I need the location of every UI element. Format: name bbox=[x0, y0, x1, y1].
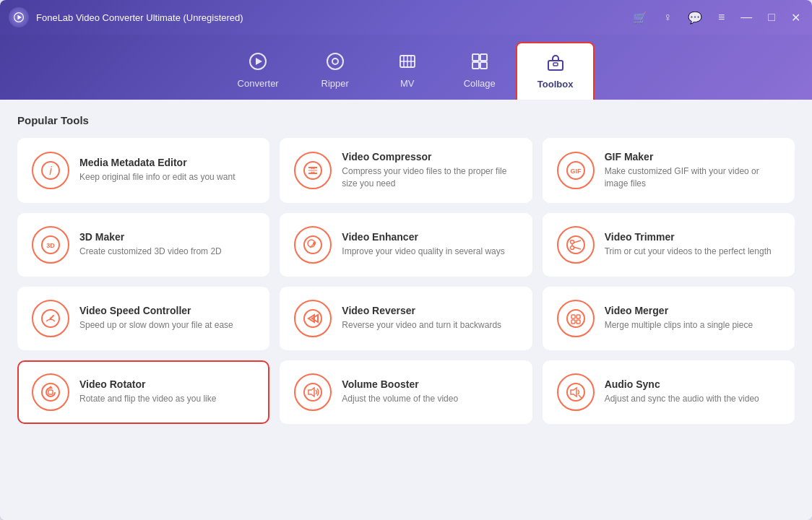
nav-item-mv[interactable]: MV bbox=[371, 42, 444, 100]
window-controls: 🛒 ♀ 💬 ≡ — □ ✕ bbox=[630, 9, 803, 26]
svg-rect-46 bbox=[571, 320, 575, 324]
app-window: FoneLab Video Converter Ultimate (Unregi… bbox=[0, 0, 812, 520]
volume-booster-name: Volume Booster bbox=[342, 378, 517, 390]
audio-sync-desc: Adjust and sync the audio with the video bbox=[605, 393, 780, 405]
3d-maker-name: 3D Maker bbox=[79, 231, 255, 243]
svg-point-33 bbox=[570, 246, 574, 249]
svg-rect-44 bbox=[571, 315, 575, 318]
video-enhancer-icon bbox=[294, 226, 332, 264]
menu-icon[interactable]: ≡ bbox=[715, 9, 727, 25]
tool-card-volume-booster[interactable]: Volume BoosterAdjust the volume of the v… bbox=[280, 360, 532, 424]
svg-text:i: i bbox=[49, 165, 52, 177]
tool-card-video-merger[interactable]: Video MergerMerge multiple clips into a … bbox=[543, 287, 795, 350]
svg-marker-54 bbox=[571, 388, 576, 396]
toolbox-label: Toolbox bbox=[537, 79, 574, 90]
svg-rect-50 bbox=[48, 390, 53, 394]
user-icon[interactable]: ♀ bbox=[660, 9, 675, 25]
maximize-icon[interactable]: □ bbox=[765, 9, 778, 25]
svg-marker-49 bbox=[48, 386, 53, 389]
audio-sync-icon bbox=[557, 373, 595, 411]
close-icon[interactable]: ✕ bbox=[788, 9, 803, 26]
svg-marker-1 bbox=[17, 15, 22, 20]
tools-grid: iMedia Metadata EditorKeep original file… bbox=[17, 138, 795, 424]
video-reverser-info: Video ReverserReverse your video and tur… bbox=[342, 305, 517, 332]
video-rotator-icon bbox=[32, 373, 69, 411]
tool-card-video-rotator[interactable]: Video RotatorRotate and flip the video a… bbox=[17, 360, 269, 424]
svg-rect-47 bbox=[576, 320, 580, 324]
video-merger-name: Video Merger bbox=[605, 305, 780, 316]
svg-rect-45 bbox=[576, 315, 580, 318]
video-trimmer-desc: Trim or cut your videos to the perfect l… bbox=[605, 246, 780, 258]
svg-text:GIF: GIF bbox=[570, 168, 582, 175]
tool-card-video-compressor[interactable]: Video CompressorCompress your video file… bbox=[280, 138, 532, 203]
collage-label: Collage bbox=[464, 78, 496, 89]
app-logo bbox=[9, 7, 29, 27]
video-compressor-icon bbox=[294, 152, 332, 189]
video-compressor-name: Video Compressor bbox=[342, 151, 517, 162]
tool-card-video-reverser[interactable]: Video ReverserReverse your video and tur… bbox=[280, 287, 532, 350]
svg-rect-13 bbox=[472, 62, 479, 69]
svg-line-34 bbox=[574, 240, 581, 243]
video-speed-controller-icon bbox=[32, 300, 69, 337]
svg-point-5 bbox=[332, 58, 338, 64]
gif-maker-info: GIF MakerMake customized GIF with your v… bbox=[605, 151, 780, 190]
tool-card-gif-maker[interactable]: GIFGIF MakerMake customized GIF with you… bbox=[543, 138, 795, 203]
svg-rect-11 bbox=[472, 54, 479, 61]
3d-maker-icon: 3D bbox=[32, 226, 69, 264]
tool-card-video-trimmer[interactable]: Video TrimmerTrim or cut your videos to … bbox=[543, 213, 795, 277]
ripper-icon bbox=[326, 52, 345, 75]
ripper-label: Ripper bbox=[321, 78, 349, 89]
svg-rect-14 bbox=[480, 62, 487, 69]
video-speed-controller-info: Video Speed ControllerSpeed up or slow d… bbox=[79, 305, 255, 332]
gif-maker-name: GIF Maker bbox=[605, 151, 780, 162]
title-bar: FoneLab Video Converter Ultimate (Unregi… bbox=[0, 0, 812, 35]
svg-point-31 bbox=[567, 236, 584, 254]
cart-icon[interactable]: 🛒 bbox=[630, 9, 650, 26]
media-metadata-editor-icon: i bbox=[32, 152, 69, 189]
video-reverser-desc: Reverse your video and turn it backwards bbox=[342, 319, 517, 332]
minimize-icon[interactable]: — bbox=[738, 9, 755, 25]
tool-card-media-metadata-editor[interactable]: iMedia Metadata EditorKeep original file… bbox=[17, 138, 269, 203]
volume-booster-icon bbox=[294, 373, 332, 411]
tool-card-video-enhancer[interactable]: Video EnhancerImprove your video quality… bbox=[280, 213, 532, 277]
gif-maker-icon: GIF bbox=[557, 152, 595, 189]
video-compressor-desc: Compress your video files to the proper … bbox=[342, 165, 517, 190]
tool-card-3d-maker[interactable]: 3D3D MakerCreate customized 3D video fro… bbox=[17, 213, 269, 277]
converter-label: Converter bbox=[238, 78, 279, 89]
video-rotator-desc: Rotate and flip the video as you like bbox=[79, 393, 255, 405]
nav-item-collage[interactable]: Collage bbox=[444, 42, 516, 100]
svg-marker-52 bbox=[308, 388, 314, 396]
volume-booster-info: Volume BoosterAdjust the volume of the v… bbox=[342, 378, 517, 405]
video-speed-controller-name: Video Speed Controller bbox=[79, 305, 255, 316]
svg-point-53 bbox=[567, 384, 584, 401]
video-merger-info: Video MergerMerge multiple clips into a … bbox=[605, 305, 780, 332]
video-enhancer-desc: Improve your video quality in several wa… bbox=[342, 246, 517, 258]
app-title: FoneLab Video Converter Ultimate (Unregi… bbox=[36, 12, 630, 23]
mv-icon bbox=[398, 52, 417, 75]
video-enhancer-info: Video EnhancerImprove your video quality… bbox=[342, 231, 517, 258]
video-enhancer-name: Video Enhancer bbox=[342, 231, 517, 243]
section-title: Popular Tools bbox=[17, 114, 795, 126]
svg-point-43 bbox=[567, 310, 584, 327]
video-rotator-info: Video RotatorRotate and flip the video a… bbox=[79, 378, 255, 405]
toolbox-icon bbox=[546, 53, 565, 76]
video-merger-desc: Merge multiple clips into a single piece bbox=[605, 319, 780, 332]
video-reverser-name: Video Reverser bbox=[342, 305, 517, 316]
tool-card-audio-sync[interactable]: Audio SyncAdjust and sync the audio with… bbox=[543, 360, 795, 424]
chat-icon[interactable]: 💬 bbox=[685, 9, 705, 26]
mv-label: MV bbox=[400, 78, 415, 89]
video-rotator-name: Video Rotator bbox=[79, 378, 255, 390]
nav-item-ripper[interactable]: Ripper bbox=[299, 42, 371, 100]
svg-point-4 bbox=[327, 53, 343, 69]
svg-point-39 bbox=[50, 317, 52, 319]
tool-card-video-speed-controller[interactable]: Video Speed ControllerSpeed up or slow d… bbox=[17, 287, 269, 350]
svg-line-55 bbox=[579, 395, 582, 398]
volume-booster-desc: Adjust the volume of the video bbox=[342, 393, 517, 405]
3d-maker-info: 3D MakerCreate customized 3D video from … bbox=[79, 231, 255, 258]
nav-item-toolbox[interactable]: Toolbox bbox=[516, 42, 595, 100]
nav-item-converter[interactable]: Converter bbox=[217, 42, 299, 100]
media-metadata-editor-name: Media Metadata Editor bbox=[79, 157, 255, 168]
svg-line-35 bbox=[574, 247, 581, 249]
video-trimmer-name: Video Trimmer bbox=[605, 231, 780, 243]
svg-text:3D: 3D bbox=[46, 242, 55, 249]
